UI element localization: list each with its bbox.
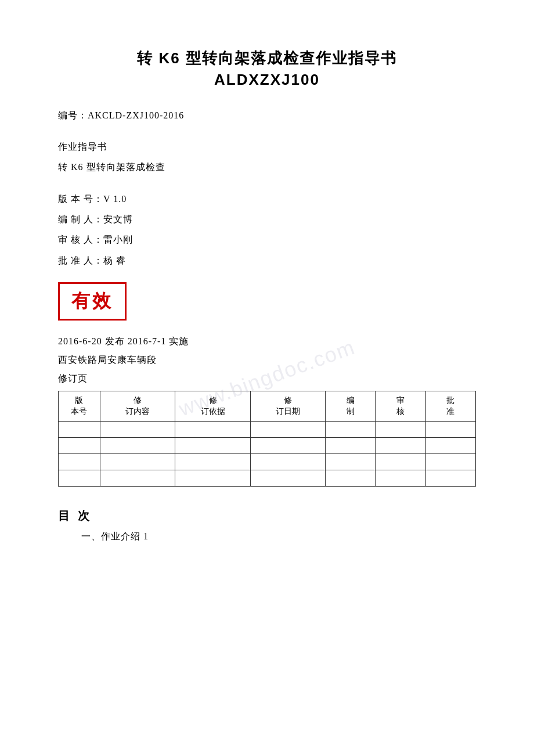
table-cell: [376, 470, 425, 486]
reviewer-line: 审 核 人：雷小刚: [58, 229, 476, 250]
reviewer-label: 审 核 人：: [58, 235, 103, 244]
title-section: 转 K6 型转向架落成检查作业指导书 ALDXZXJ100: [58, 46, 476, 89]
version-label: 版 本 号：: [58, 194, 103, 204]
table-cell: [376, 453, 425, 470]
table-cell: [175, 470, 250, 486]
col-header-banben: 版本号: [59, 391, 100, 421]
validity-stamp: 有效: [58, 282, 127, 321]
revision-table: 版本号 修订内容 修订依据 修订日期 编制 审核 批准: [58, 391, 476, 487]
revision-page-title: 修订页: [58, 369, 476, 388]
table-cell: [326, 470, 376, 486]
table-row: [59, 421, 476, 437]
col-header-date: 修订日期: [250, 391, 325, 421]
editor-line: 编 制 人：安文博: [58, 209, 476, 229]
stamp-container: 有效: [58, 282, 476, 321]
table-row: [59, 437, 476, 453]
table-cell: [59, 437, 100, 453]
table-cell: [250, 470, 325, 486]
table-cell: [59, 453, 100, 470]
approver-label: 批 准 人：: [58, 255, 103, 265]
col-header-approver: 批准: [425, 391, 475, 421]
table-cell: [100, 437, 175, 453]
table-cell: [425, 453, 475, 470]
table-cell: [425, 470, 475, 486]
table-cell: [425, 437, 475, 453]
version-value: V 1.0: [103, 194, 127, 204]
toc-items-container: 一、作业介绍 1: [58, 527, 476, 546]
doc-number-label: 编号：: [58, 110, 88, 120]
doc-info-block: 作业指导书 转 K6 型转向架落成检查: [58, 136, 476, 177]
col-header-basis: 修订依据: [175, 391, 250, 421]
table-cell: [376, 421, 425, 437]
table-cell: [175, 453, 250, 470]
org-line: 西安铁路局安康车辆段: [58, 351, 476, 369]
col-header-reviewer: 审核: [376, 391, 425, 421]
table-cell: [326, 437, 376, 453]
table-row: [59, 453, 476, 470]
doc-subject-line: 转 K6 型转向架落成检查: [58, 157, 476, 177]
col-header-editor: 编制: [326, 391, 376, 421]
approver-line: 批 准 人：杨 睿: [58, 250, 476, 271]
table-row: [59, 470, 476, 486]
editor-label: 编 制 人：: [58, 214, 103, 224]
table-header-row: 版本号 修订内容 修订依据 修订日期 编制 审核 批准: [59, 391, 476, 421]
table-cell: [100, 421, 175, 437]
document-page: www.bingdoc.com 转 K6 型转向架落成检查作业指导书 ALDXZ…: [0, 0, 534, 756]
toc-item: 一、作业介绍 1: [58, 527, 476, 546]
table-cell: [59, 421, 100, 437]
version-line: 版 本 号：V 1.0: [58, 189, 476, 209]
reviewer-value: 雷小刚: [103, 235, 133, 244]
main-title: 转 K6 型转向架落成检查作业指导书: [58, 46, 476, 71]
table-cell: [376, 437, 425, 453]
doc-type-line: 作业指导书: [58, 136, 476, 157]
table-cell: [175, 437, 250, 453]
table-cell: [425, 421, 475, 437]
approver-value: 杨 睿: [103, 255, 126, 265]
table-cell: [59, 470, 100, 486]
col-header-content: 修订内容: [100, 391, 175, 421]
sub-title: ALDXZXJ100: [58, 71, 476, 89]
editor-value: 安文博: [103, 214, 133, 224]
table-cell: [175, 421, 250, 437]
toc-section: 目 次 一、作业介绍 1: [58, 504, 476, 546]
table-cell: [250, 453, 325, 470]
table-cell: [100, 470, 175, 486]
version-info-block: 版 本 号：V 1.0 编 制 人：安文博 审 核 人：雷小刚 批 准 人：杨 …: [58, 189, 476, 271]
toc-title: 目 次: [58, 504, 476, 527]
publish-line: 2016-6-20 发布 2016-7-1 实施: [58, 332, 476, 351]
table-cell: [250, 421, 325, 437]
table-cell: [326, 453, 376, 470]
table-cell: [250, 437, 325, 453]
table-cell: [326, 421, 376, 437]
table-cell: [100, 453, 175, 470]
meta-section: 编号：AKCLD-ZXJ100-2016: [58, 106, 476, 125]
doc-number-value: AKCLD-ZXJ100-2016: [88, 110, 184, 120]
doc-number-line: 编号：AKCLD-ZXJ100-2016: [58, 106, 476, 125]
